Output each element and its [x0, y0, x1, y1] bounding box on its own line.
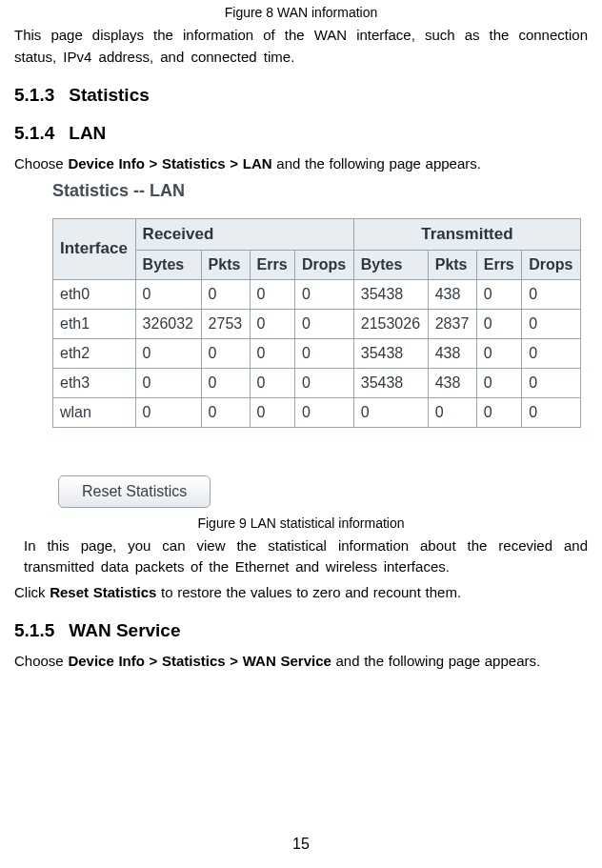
table-cell: 2153026: [353, 309, 428, 338]
stats-title: Statistics -- LAN: [52, 181, 576, 201]
table-cell: 0: [135, 368, 201, 397]
table-cell: 0: [201, 397, 250, 427]
table-cell: 0: [476, 279, 521, 309]
table-cell: 0: [428, 397, 476, 427]
figure9-caption: Figure 9 LAN statistical information: [14, 515, 588, 531]
table-cell: 35438: [353, 279, 428, 309]
table-cell: 35438: [353, 338, 428, 368]
heading-statistics: 5.1.3 Statistics: [14, 85, 588, 106]
table-row: eth300003543843800: [53, 368, 581, 397]
table-row: eth000003543843800: [53, 279, 581, 309]
table-cell: 438: [428, 279, 476, 309]
col-received: Received: [135, 218, 353, 250]
table-cell: 35438: [353, 368, 428, 397]
heading-wan-service: 5.1.5 WAN Service: [14, 620, 588, 641]
table-cell: eth3: [53, 368, 136, 397]
table-cell: 0: [135, 338, 201, 368]
table-cell: 0: [522, 368, 581, 397]
heading-text-wan-service: WAN Service: [69, 620, 180, 640]
col-transmitted: Transmitted: [353, 218, 580, 250]
table-cell: eth1: [53, 309, 136, 338]
heading-lan: 5.1.4 LAN: [14, 123, 588, 144]
table-cell: 0: [250, 397, 294, 427]
table-cell: 0: [295, 397, 354, 427]
table-cell: 0: [522, 309, 581, 338]
paragraph-choose-lan: Choose Device Info > Statistics > LAN an…: [14, 153, 588, 175]
table-cell: eth0: [53, 279, 136, 309]
col-rx-bytes: Bytes: [135, 250, 201, 279]
col-tx-drops: Drops: [522, 250, 581, 279]
table-cell: 0: [250, 338, 294, 368]
table-cell: 0: [522, 338, 581, 368]
choose-wan-post: and the following page appears.: [331, 653, 540, 669]
table-cell: wlan: [53, 397, 136, 427]
table-cell: 0: [295, 309, 354, 338]
reset-post: to restore the values to zero and recoun…: [156, 584, 461, 600]
col-tx-errs: Errs: [476, 250, 521, 279]
table-cell: 0: [250, 279, 294, 309]
choose-lan-bold: Device Info > Statistics > LAN: [68, 155, 271, 172]
table-cell: 438: [428, 338, 476, 368]
stats-lan-screenshot: Statistics -- LAN Interface Received Tra…: [52, 181, 576, 428]
paragraph-stats-info: In this page, you can view the statistic…: [14, 535, 588, 578]
col-rx-errs: Errs: [250, 250, 294, 279]
reset-statistics-button[interactable]: Reset Statistics: [58, 475, 211, 508]
heading-text-statistics: Statistics: [69, 85, 149, 105]
heading-num-513: 5.1.3: [14, 85, 64, 106]
choose-wan-pre: Choose: [14, 653, 68, 669]
table-cell: 0: [476, 309, 521, 338]
table-cell: 0: [135, 397, 201, 427]
table-cell: 2837: [428, 309, 476, 338]
table-cell: 2753: [201, 309, 250, 338]
table-cell: 438: [428, 368, 476, 397]
table-cell: 0: [250, 309, 294, 338]
table-cell: 0: [201, 279, 250, 309]
paragraph-reset-info: Click Reset Statistics to restore the va…: [14, 582, 588, 604]
paragraph-wan-info: This page displays the information of th…: [14, 25, 588, 68]
heading-num-514: 5.1.4: [14, 123, 64, 144]
heading-text-lan: LAN: [69, 123, 106, 143]
col-rx-pkts: Pkts: [201, 250, 250, 279]
table-cell: 0: [476, 368, 521, 397]
table-cell: 0: [353, 397, 428, 427]
heading-num-515: 5.1.5: [14, 620, 64, 641]
reset-bold: Reset Statistics: [50, 584, 156, 600]
col-rx-drops: Drops: [295, 250, 354, 279]
table-cell: 0: [522, 397, 581, 427]
table-row: eth13260322753002153026283700: [53, 309, 581, 338]
table-cell: eth2: [53, 338, 136, 368]
table-cell: 0: [295, 338, 354, 368]
table-cell: 0: [295, 368, 354, 397]
table-header-row-1: Interface Received Transmitted: [53, 218, 581, 250]
table-cell: 0: [135, 279, 201, 309]
table-cell: 0: [295, 279, 354, 309]
stats-table: Interface Received Transmitted Bytes Pkt…: [52, 218, 581, 428]
table-cell: 0: [201, 368, 250, 397]
choose-lan-pre: Choose: [14, 155, 68, 172]
table-cell: 0: [250, 368, 294, 397]
figure8-caption: Figure 8 WAN information: [14, 5, 588, 20]
col-interface: Interface: [53, 218, 136, 279]
page-number: 15: [0, 836, 602, 853]
table-cell: 0: [201, 338, 250, 368]
table-row: wlan00000000: [53, 397, 581, 427]
col-tx-pkts: Pkts: [428, 250, 476, 279]
table-row: eth200003543843800: [53, 338, 581, 368]
table-cell: 326032: [135, 309, 201, 338]
paragraph-choose-wan: Choose Device Info > Statistics > WAN Se…: [14, 651, 588, 673]
reset-button-region: Reset Statistics: [58, 475, 588, 508]
table-cell: 0: [476, 397, 521, 427]
choose-lan-post: and the following page appears.: [272, 155, 481, 172]
table-cell: 0: [522, 279, 581, 309]
table-cell: 0: [476, 338, 521, 368]
choose-wan-bold: Device Info > Statistics > WAN Service: [68, 653, 331, 669]
col-tx-bytes: Bytes: [353, 250, 428, 279]
reset-pre: Click: [14, 584, 50, 600]
